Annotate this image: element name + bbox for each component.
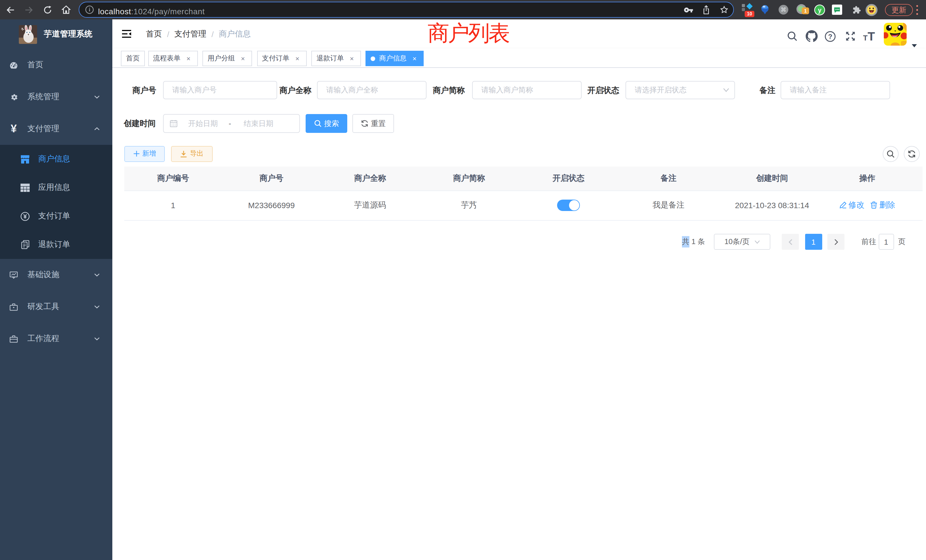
svg-text:?: ? bbox=[828, 32, 832, 40]
svg-text:y: y bbox=[818, 6, 822, 14]
svg-text:⌘: ⌘ bbox=[781, 6, 786, 13]
